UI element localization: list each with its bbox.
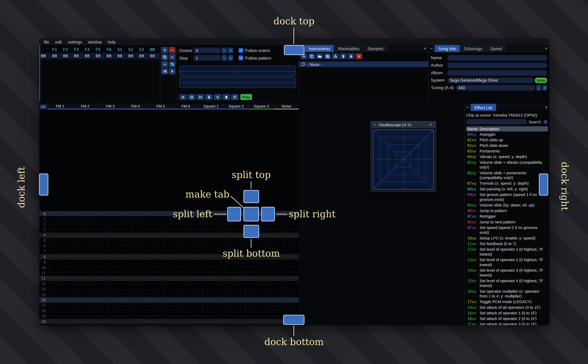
effect-row[interactable]: 09xxSet groove pattern (speed 1 if no gr…: [466, 192, 548, 202]
pattern-cell[interactable]: ··· ·· ·· ···: [198, 228, 224, 232]
pattern-cell[interactable]: ··· ·· ·· ···: [73, 255, 98, 259]
effect-row[interactable]: 07xyTremolo (x: speed; y: depth): [466, 181, 548, 186]
effect-row[interactable]: 16xySet operator multiplier (x: operator…: [466, 289, 548, 299]
pattern-cell[interactable]: ··· ·· ·· ···: [123, 304, 148, 307]
pattern-cell[interactable]: ··· ·· ·· ···: [73, 309, 98, 312]
tab-samples[interactable]: Samples: [364, 45, 387, 52]
pattern-cell[interactable]: ··· ·· ·· ···: [148, 271, 173, 275]
song-author-input[interactable]: [447, 62, 547, 68]
dock-target-make-tab[interactable]: [243, 207, 259, 221]
pattern-cell[interactable]: ··· ·· ·· ···: [73, 228, 98, 232]
song-album-input[interactable]: [447, 70, 547, 75]
pattern-cell[interactable]: ··· ·· ·· ···: [274, 266, 299, 269]
follow-orders-checkbox[interactable]: Follow orders: [238, 48, 270, 53]
pattern-cell[interactable]: ··· ·· ·· ···: [123, 309, 148, 312]
dock-target-split-right[interactable]: [261, 207, 275, 221]
pattern-cell[interactable]: ··· ·· ·· ···: [198, 319, 224, 323]
pattern-cell[interactable]: ··· ·· ·· ···: [47, 282, 73, 286]
tab-subsongs[interactable]: Subsongs: [460, 45, 486, 52]
pattern-cell[interactable]: ··· ·· ·· ···: [249, 260, 274, 264]
pattern-cell[interactable]: ··· ·· ·· ···: [198, 314, 224, 318]
effect-row[interactable]: 12xxSet level of operator 1 (0 highest, …: [466, 247, 548, 257]
octave-input[interactable]: 3: [193, 48, 220, 53]
pattern-cell[interactable]: ··· ·· ·· ···: [224, 266, 249, 269]
pattern-cell[interactable]: ··· ·· ·· ···: [123, 249, 148, 253]
pattern-cell[interactable]: ··· ·· ·· ···: [198, 233, 224, 237]
pattern-cell[interactable]: ··· ·· ·· ···: [47, 260, 73, 264]
effect-row[interactable]: 19xxSet attack of all operators (0 to 1F…: [466, 305, 548, 310]
pattern-cell[interactable]: ··· ·· ·· ···: [148, 228, 173, 232]
pattern-cell[interactable]: ··· ·· ·· ···: [47, 287, 73, 291]
pattern-cell[interactable]: ··· ·· ·· ···: [198, 276, 224, 280]
pattern-cell[interactable]: ··· ·· ·· ···: [47, 244, 73, 248]
pattern-cell[interactable]: ··· ·· ·· ···: [249, 309, 274, 312]
pattern-cell[interactable]: ··· ·· ·· ···: [173, 319, 198, 323]
dock-target-right[interactable]: [539, 174, 548, 195]
pattern-cell[interactable]: ··· ·· ·· ···: [73, 266, 98, 269]
pattern-cell[interactable]: ··· ·· ·· ···: [274, 309, 299, 312]
oscilloscope-close-button[interactable]: [427, 123, 434, 126]
instrument-list-item[interactable]: - None -: [299, 61, 428, 67]
pattern-cell[interactable]: ··· ·· ·· ···: [173, 228, 198, 232]
pattern-cell[interactable]: ··· ·· ·· ···: [98, 223, 123, 226]
poly-toggle[interactable]: Poly: [240, 94, 252, 100]
pattern-cell[interactable]: ··· ·· ·· ···: [123, 325, 148, 325]
step-input[interactable]: 1: [193, 55, 220, 61]
pattern-cell[interactable]: ··· ·· ·· ···: [47, 228, 73, 232]
pattern-cell[interactable]: ··· ·· ·· ···: [47, 319, 73, 323]
pattern-cell[interactable]: ··· ·· ·· ···: [224, 244, 249, 248]
pattern-cell[interactable]: ··· ·· ·· ···: [249, 304, 274, 307]
pattern-cell[interactable]: ··· ·· ·· ···: [249, 314, 274, 318]
pattern-cell[interactable]: ··· ·· ·· ···: [274, 293, 299, 296]
pattern-cell[interactable]: ··· ·· ·· ···: [148, 325, 173, 325]
repeat-pattern-button[interactable]: [231, 94, 238, 100]
effect-search-input[interactable]: [466, 119, 527, 124]
channel-header-fm-2[interactable]: FM 2: [73, 104, 98, 109]
pattern-cell[interactable]: ··· ·· ·· ···: [47, 255, 73, 259]
order-swap-button[interactable]: [169, 61, 176, 67]
menu-edit[interactable]: edit: [52, 39, 65, 45]
pattern-cell[interactable]: ··· ·· ·· ···: [173, 255, 198, 259]
pattern-cell[interactable]: ··· ·· ·· ···: [98, 244, 123, 248]
pattern-cell[interactable]: ··· ·· ·· ···: [73, 325, 98, 325]
pattern-cell[interactable]: ··· ·· ·· ···: [98, 314, 123, 318]
pattern-cell[interactable]: ··· ·· ·· ···: [198, 298, 224, 302]
pattern-cell[interactable]: ··· ·· ·· ···: [148, 304, 173, 307]
pattern-cell[interactable]: ··· ·· ·· ···: [98, 239, 123, 242]
pattern-cell[interactable]: ··· ·· ·· ···: [274, 239, 299, 242]
order-cell[interactable]: 00: [60, 54, 71, 58]
effect-row[interactable]: 03xxPortamento: [466, 148, 548, 154]
pattern-cell[interactable]: ··· ·· ·· ···: [173, 293, 198, 296]
pattern-cell[interactable]: ··· ·· ·· ···: [274, 271, 299, 275]
pattern-cell[interactable]: ··· ·· ·· ···: [173, 239, 198, 242]
pattern-cell[interactable]: ··· ·· ·· ···: [73, 304, 98, 307]
pattern-cell[interactable]: ··· ·· ·· ···: [173, 233, 198, 237]
effect-row[interactable]: 1BxxSet attack of operator 2 (0 to 1F): [466, 316, 548, 321]
tuning-decrease-button[interactable]: -: [536, 85, 541, 91]
pattern-cell[interactable]: ··· ·· ·· ···: [47, 239, 73, 242]
pattern-cell[interactable]: ··· ·· ·· ···: [224, 239, 249, 242]
pattern-cell[interactable]: ··· ·· ·· ···: [123, 298, 148, 302]
channel-header-square-1[interactable]: Square 1: [198, 104, 224, 109]
pattern-cell[interactable]: ··· ·· ·· ···: [148, 260, 173, 264]
pattern-cell[interactable]: ··· ·· ·· ···: [274, 244, 299, 248]
pattern-cell[interactable]: ··· ·· ·· ···: [249, 319, 274, 323]
pattern-cell[interactable]: ··· ·· ·· ···: [47, 309, 73, 312]
pattern-cell[interactable]: ··· ·· ·· ···: [249, 276, 274, 280]
effect-row[interactable]: 13xxSet level of operator 2 (0 highest, …: [466, 257, 548, 267]
pattern-cell[interactable]: ··· ·· ·· ···: [123, 293, 148, 296]
effect-row[interactable]: 0BxxJump to pattern: [466, 208, 548, 214]
instrument-move-down-button[interactable]: [348, 53, 354, 59]
pattern-cell[interactable]: ··· ·· ·· ···: [73, 244, 98, 248]
pattern-cell[interactable]: ··· ·· ·· ···: [47, 325, 73, 325]
pattern-cell[interactable]: ··· ·· ·· ···: [198, 287, 224, 291]
pattern-cell[interactable]: ··· ·· ·· ···: [173, 304, 198, 307]
pattern-cell[interactable]: ··· ·· ·· ···: [173, 276, 198, 280]
instrument-move-up-button[interactable]: [340, 53, 347, 59]
pattern-cell[interactable]: ··· ·· ·· ···: [198, 260, 224, 264]
system-auto-button[interactable]: Auto: [535, 78, 547, 83]
pattern-cell[interactable]: ··· ·· ·· ···: [73, 217, 98, 221]
pattern-cell[interactable]: ··· ·· ·· ···: [274, 260, 299, 264]
pattern-cell[interactable]: ··· ·· ·· ···: [173, 309, 198, 312]
pattern-cell[interactable]: ··· ·· ·· ···: [173, 271, 198, 275]
